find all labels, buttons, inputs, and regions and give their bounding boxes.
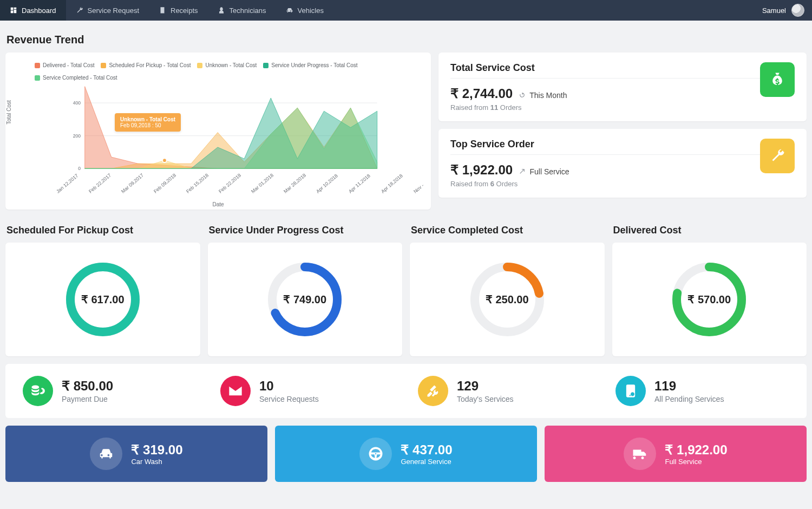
donut-amount: ₹ 617.00 [62, 259, 143, 340]
stat-label: Today's Services [457, 395, 514, 403]
donut-amount: ₹ 749.00 [264, 259, 345, 340]
nav-label: Service Request [88, 6, 139, 15]
donut-column: Service Under Progress Cost ₹ 749.00 [208, 225, 403, 356]
tile-label: Full Service [665, 458, 727, 466]
truck-icon [624, 438, 656, 470]
revenue-chart[interactable]: 0200400 [17, 84, 419, 181]
total-service-cost-card: Total Service Cost ₹ 2,744.00 This Month… [438, 53, 807, 121]
card-title: Top Service Order [450, 139, 760, 150]
nav-technicians[interactable]: Technicians [208, 0, 276, 21]
legend-item: Unknown - Total Cost [197, 62, 257, 68]
stat-item[interactable]: 119 All Pending Services [604, 376, 801, 406]
revenue-chart-card: Delivered - Total CostScheduled For Pick… [5, 53, 431, 210]
stat-item[interactable]: 129 Today's Services [406, 376, 604, 406]
top-nav: Dashboard Service Request Receipts Techn… [0, 0, 812, 21]
car-icon [90, 438, 122, 470]
tile-amount: ₹ 319.00 [131, 442, 182, 458]
nav-vehicles[interactable]: Vehicles [276, 0, 333, 21]
legend-item: Service Completed - Total Cost [35, 75, 117, 81]
svg-point-6 [162, 158, 167, 162]
y-axis-label: Total Cost [6, 100, 12, 124]
moneybag-icon [760, 62, 795, 97]
stat-item[interactable]: 10 Service Requests [208, 376, 406, 406]
service-tile[interactable]: ₹ 437.00 General Service [275, 426, 537, 482]
donut-title: Scheduled For Pickup Cost [6, 225, 200, 236]
donut-column: Delivered Cost ₹ 570.00 [612, 225, 807, 356]
legend-item: Scheduled For Pickup - Total Cost [101, 62, 191, 68]
x-axis-label: Date [212, 201, 224, 207]
stat-label: Payment Due [62, 395, 113, 403]
avatar [791, 4, 804, 17]
legend-item: Service Under Progress - Total Cost [263, 62, 357, 68]
stat-value: ₹ 850.00 [62, 379, 113, 394]
chart-tooltip: Unknown - Total Cost Feb 09,2018 : 50 [115, 113, 181, 132]
svg-text:400: 400 [73, 100, 81, 106]
nav-receipts[interactable]: Receipts [149, 0, 208, 21]
nav-label: Vehicles [298, 6, 324, 15]
donut-title: Delivered Cost [613, 225, 807, 236]
x-tick: Nov - [412, 182, 425, 194]
nav-label: Dashboard [22, 6, 56, 15]
dashboard-icon [10, 6, 17, 14]
donut-title: Service Completed Cost [411, 225, 605, 236]
donut-amount: ₹ 570.00 [669, 259, 750, 340]
user-menu[interactable]: Samuel [755, 0, 812, 21]
donut-title: Service Under Progress Cost [209, 225, 403, 236]
tile-label: Car Wash [131, 458, 182, 466]
donut-column: Service Completed Cost ₹ 250.00 [410, 225, 605, 356]
card-title: Total Service Cost [450, 62, 760, 74]
stat-value: 129 [457, 379, 514, 394]
coins-icon [23, 376, 53, 406]
mail-icon [220, 376, 251, 406]
tile-amount: ₹ 1,922.00 [665, 442, 727, 458]
steering-icon [359, 438, 392, 470]
nav-dashboard[interactable]: Dashboard [0, 0, 66, 21]
total-service-raised: Raised from 11 Orders [450, 103, 760, 112]
top-service-amount: ₹ 1,922.00 [450, 162, 513, 178]
chart-legend: Delivered - Total CostScheduled For Pick… [17, 62, 419, 81]
technician-icon [218, 6, 225, 14]
tile-amount: ₹ 437.00 [401, 442, 452, 458]
wrench-icon [760, 139, 795, 173]
wrench-icon [76, 6, 83, 14]
tile-label: General Service [401, 458, 452, 466]
receipt-icon [159, 6, 166, 14]
donut-column: Scheduled For Pickup Cost ₹ 617.00 [5, 225, 200, 356]
revenue-title: Revenue Trend [6, 34, 807, 46]
svg-text:200: 200 [73, 133, 81, 139]
donut-card: ₹ 570.00 [612, 243, 807, 356]
donut-amount: ₹ 250.00 [467, 259, 548, 340]
stat-value: 10 [259, 379, 319, 394]
tooltip-title: Unknown - Total Cost [120, 116, 175, 122]
svg-text:0: 0 [78, 166, 81, 171]
arrow-icon [519, 168, 526, 175]
stat-label: Service Requests [259, 395, 319, 403]
donut-card: ₹ 749.00 [208, 243, 403, 356]
tools-icon [418, 376, 448, 406]
device-icon [615, 376, 646, 406]
service-tile[interactable]: ₹ 1,922.00 Full Service [545, 426, 807, 482]
car-icon [286, 6, 293, 14]
stat-label: All Pending Services [654, 395, 724, 403]
nav-label: Receipts [171, 6, 198, 15]
nav-service-request[interactable]: Service Request [66, 0, 149, 21]
user-name: Samuel [762, 6, 786, 15]
donut-card: ₹ 250.00 [410, 243, 605, 356]
top-service-raised: Raised from 6 Orders [450, 180, 760, 188]
total-service-amount: ₹ 2,744.00 [450, 86, 513, 101]
stats-bar: ₹ 850.00 Payment Due 10 Service Requests… [5, 364, 807, 418]
legend-item: Delivered - Total Cost [35, 62, 94, 68]
refresh-icon [519, 92, 526, 99]
tooltip-detail: Feb 09,2018 : 50 [120, 122, 175, 128]
top-service-period: Full Service [519, 167, 569, 176]
top-service-order-card: Top Service Order ₹ 1,922.00 Full Servic… [438, 129, 807, 198]
service-tile[interactable]: ₹ 319.00 Car Wash [5, 426, 267, 482]
nav-label: Technicians [230, 6, 266, 15]
total-service-period: This Month [519, 91, 567, 100]
stat-value: 119 [654, 379, 724, 394]
stat-item[interactable]: ₹ 850.00 Payment Due [11, 376, 208, 406]
donut-card: ₹ 617.00 [5, 243, 200, 356]
